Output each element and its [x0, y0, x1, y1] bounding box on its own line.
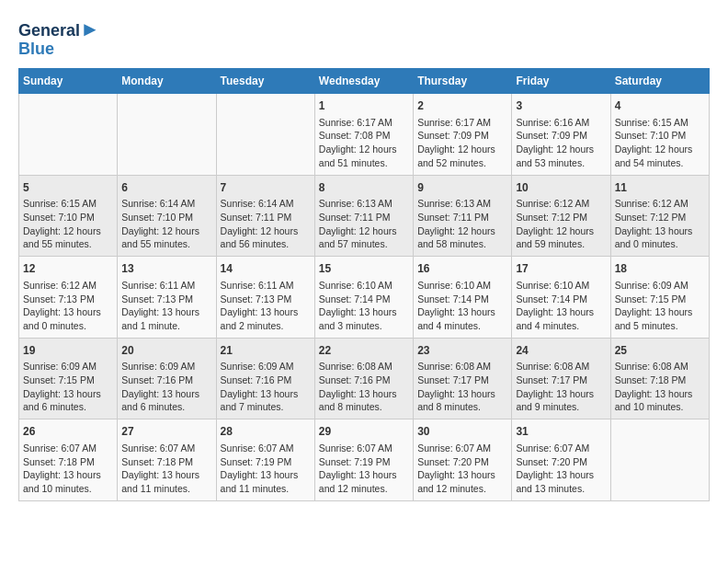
cell-info: Sunset: 7:09 PM — [516, 129, 606, 143]
cell-info: Daylight: 13 hours and 11 minutes. — [121, 468, 211, 495]
cell-info: Sunset: 7:19 PM — [221, 455, 311, 469]
cell-info: Daylight: 13 hours and 12 minutes. — [417, 468, 507, 495]
calendar-cell: 31Sunrise: 6:07 AMSunset: 7:20 PMDayligh… — [512, 419, 610, 501]
cell-info: Sunset: 7:09 PM — [417, 129, 507, 143]
cell-info: Daylight: 13 hours and 2 minutes. — [221, 305, 311, 332]
day-number: 12 — [23, 261, 113, 277]
calendar-cell: 13Sunrise: 6:11 AMSunset: 7:13 PMDayligh… — [118, 257, 216, 339]
cell-info: Sunset: 7:20 PM — [417, 455, 507, 469]
calendar-cell: 20Sunrise: 6:09 AMSunset: 7:16 PMDayligh… — [118, 338, 216, 419]
day-number: 23 — [417, 343, 507, 359]
calendar-week-1: 1Sunrise: 6:17 AMSunset: 7:08 PMDaylight… — [19, 93, 710, 175]
logo-general: General — [18, 21, 80, 40]
logo-text-block: General► Blue — [18, 18, 100, 59]
cell-info: Sunrise: 6:09 AM — [121, 360, 211, 373]
calendar-cell: 1Sunrise: 6:17 AMSunset: 7:08 PMDaylight… — [314, 93, 413, 175]
day-header-monday: Monday — [118, 68, 216, 93]
calendar-week-5: 26Sunrise: 6:07 AMSunset: 7:18 PMDayligh… — [19, 419, 710, 501]
calendar-body: 1Sunrise: 6:17 AMSunset: 7:08 PMDaylight… — [19, 93, 710, 500]
logo-blue: Blue — [18, 40, 54, 58]
calendar-cell: 30Sunrise: 6:07 AMSunset: 7:20 PMDayligh… — [414, 419, 512, 501]
cell-info: Sunset: 7:13 PM — [23, 293, 113, 306]
calendar-cell: 16Sunrise: 6:10 AMSunset: 7:14 PMDayligh… — [414, 257, 512, 339]
day-number: 29 — [319, 424, 409, 440]
cell-info: Sunrise: 6:08 AM — [319, 360, 409, 373]
cell-info: Daylight: 13 hours and 7 minutes. — [221, 387, 311, 414]
cell-info: Sunrise: 6:15 AM — [23, 197, 113, 211]
logo: General► Blue — [18, 18, 100, 59]
cell-info: Sunset: 7:15 PM — [23, 373, 113, 387]
cell-info: Daylight: 12 hours and 57 minutes. — [319, 224, 409, 251]
day-number: 15 — [319, 261, 409, 277]
day-number: 7 — [221, 180, 311, 196]
cell-info: Daylight: 13 hours and 4 minutes. — [417, 305, 507, 332]
day-number: 19 — [23, 343, 113, 359]
calendar-week-4: 19Sunrise: 6:09 AMSunset: 7:15 PMDayligh… — [19, 338, 710, 419]
days-of-week-row: SundayMondayTuesdayWednesdayThursdayFrid… — [19, 68, 710, 93]
day-number: 9 — [417, 180, 507, 196]
day-number: 6 — [121, 180, 211, 196]
calendar-cell: 3Sunrise: 6:16 AMSunset: 7:09 PMDaylight… — [512, 93, 610, 175]
cell-info: Daylight: 13 hours and 1 minute. — [121, 305, 211, 332]
cell-info: Daylight: 13 hours and 10 minutes. — [23, 468, 113, 495]
cell-info: Sunset: 7:12 PM — [516, 211, 606, 224]
cell-info: Daylight: 12 hours and 51 minutes. — [319, 143, 409, 169]
calendar-cell — [118, 93, 216, 175]
calendar-cell: 27Sunrise: 6:07 AMSunset: 7:18 PMDayligh… — [118, 419, 216, 501]
day-number: 3 — [516, 98, 606, 114]
cell-info: Sunrise: 6:12 AM — [516, 197, 606, 211]
calendar-cell — [610, 419, 709, 501]
cell-info: Sunset: 7:11 PM — [417, 211, 507, 224]
cell-info: Sunrise: 6:10 AM — [319, 279, 409, 293]
cell-info: Daylight: 13 hours and 13 minutes. — [516, 468, 606, 495]
cell-info: Sunset: 7:14 PM — [319, 293, 409, 306]
cell-info: Sunrise: 6:14 AM — [121, 197, 211, 211]
day-number: 22 — [319, 343, 409, 359]
calendar-cell: 18Sunrise: 6:09 AMSunset: 7:15 PMDayligh… — [610, 257, 709, 339]
calendar-cell: 28Sunrise: 6:07 AMSunset: 7:19 PMDayligh… — [216, 419, 314, 501]
cell-info: Sunrise: 6:16 AM — [516, 116, 606, 130]
cell-info: Daylight: 13 hours and 5 minutes. — [615, 305, 705, 332]
cell-info: Sunrise: 6:13 AM — [319, 197, 409, 211]
cell-info: Sunset: 7:10 PM — [615, 129, 705, 143]
calendar-table: SundayMondayTuesdayWednesdayThursdayFrid… — [18, 68, 710, 501]
calendar-cell: 7Sunrise: 6:14 AMSunset: 7:11 PMDaylight… — [216, 175, 314, 257]
cell-info: Sunrise: 6:07 AM — [417, 442, 507, 455]
day-number: 8 — [319, 180, 409, 196]
day-number: 2 — [417, 98, 507, 114]
cell-info: Sunrise: 6:09 AM — [221, 360, 311, 373]
cell-info: Daylight: 12 hours and 56 minutes. — [221, 224, 311, 251]
calendar-cell: 23Sunrise: 6:08 AMSunset: 7:17 PMDayligh… — [414, 338, 512, 419]
cell-info: Sunrise: 6:09 AM — [615, 279, 705, 293]
calendar-week-3: 12Sunrise: 6:12 AMSunset: 7:13 PMDayligh… — [19, 257, 710, 339]
cell-info: Daylight: 12 hours and 59 minutes. — [516, 224, 606, 251]
day-header-thursday: Thursday — [414, 68, 512, 93]
calendar-cell: 26Sunrise: 6:07 AMSunset: 7:18 PMDayligh… — [19, 419, 118, 501]
day-number: 18 — [615, 261, 705, 277]
calendar-cell: 4Sunrise: 6:15 AMSunset: 7:10 PMDaylight… — [610, 93, 709, 175]
cell-info: Sunset: 7:10 PM — [23, 211, 113, 224]
day-number: 14 — [221, 261, 311, 277]
day-number: 1 — [319, 98, 409, 114]
day-number: 11 — [615, 180, 705, 196]
cell-info: Sunrise: 6:15 AM — [615, 116, 705, 130]
calendar-cell: 2Sunrise: 6:17 AMSunset: 7:09 PMDaylight… — [414, 93, 512, 175]
cell-info: Daylight: 12 hours and 54 minutes. — [615, 143, 705, 169]
calendar-cell: 22Sunrise: 6:08 AMSunset: 7:16 PMDayligh… — [314, 338, 413, 419]
cell-info: Sunset: 7:19 PM — [319, 455, 409, 469]
day-number: 30 — [417, 424, 507, 440]
cell-info: Daylight: 13 hours and 3 minutes. — [319, 305, 409, 332]
cell-info: Sunset: 7:16 PM — [221, 373, 311, 387]
day-number: 31 — [516, 424, 606, 440]
calendar-cell: 8Sunrise: 6:13 AMSunset: 7:11 PMDaylight… — [314, 175, 413, 257]
cell-info: Sunrise: 6:11 AM — [121, 279, 211, 293]
cell-info: Sunrise: 6:09 AM — [23, 360, 113, 373]
cell-info: Sunset: 7:11 PM — [221, 211, 311, 224]
cell-info: Sunrise: 6:07 AM — [319, 442, 409, 455]
cell-info: Sunset: 7:17 PM — [417, 373, 507, 387]
day-number: 21 — [221, 343, 311, 359]
cell-info: Sunset: 7:14 PM — [516, 293, 606, 306]
day-header-saturday: Saturday — [610, 68, 709, 93]
cell-info: Sunset: 7:16 PM — [319, 373, 409, 387]
day-header-wednesday: Wednesday — [314, 68, 413, 93]
